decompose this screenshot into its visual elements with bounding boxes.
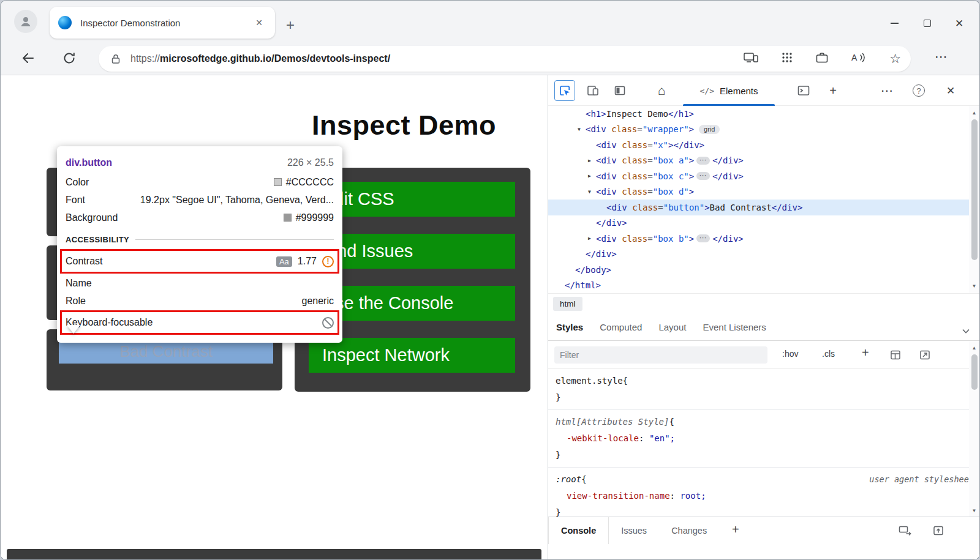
css-property-value: root; xyxy=(680,491,706,501)
new-style-rule-button[interactable]: + xyxy=(862,346,869,360)
dock-panel-button[interactable] xyxy=(609,80,630,101)
dom-tree-node[interactable]: <div class="x"></div> xyxy=(548,137,980,153)
breadcrumb-bar: html xyxy=(548,293,979,314)
property-value: #999999 xyxy=(284,212,334,223)
scroll-up-icon[interactable]: ▲ xyxy=(969,108,979,118)
home-button[interactable]: ⌂ xyxy=(651,80,672,101)
read-aloud-button[interactable]: A xyxy=(851,53,866,65)
console-drawer-button[interactable] xyxy=(793,80,814,101)
tree-expand-right-icon[interactable]: ▶ xyxy=(588,158,596,163)
styles-filter-input[interactable] xyxy=(554,346,767,364)
tab-close-icon[interactable]: ✕ xyxy=(252,17,266,29)
grid-badge[interactable]: grid xyxy=(699,125,720,134)
scrollbar-thumb[interactable] xyxy=(971,354,978,390)
code-token: { xyxy=(669,414,674,430)
css-property[interactable]: -webkit-locale: "en"; xyxy=(556,430,974,447)
tree-expand-right-icon[interactable]: ▶ xyxy=(588,173,596,179)
tab-layout[interactable]: Layout xyxy=(658,322,686,332)
tree-expand-right-icon[interactable]: ▶ xyxy=(588,236,596,241)
rule-selector[interactable]: element.style xyxy=(556,373,623,389)
tooltip-selector: div.button xyxy=(66,157,112,168)
element-class-toggle[interactable]: .cls xyxy=(822,349,835,359)
new-tab-button[interactable]: + xyxy=(286,17,295,34)
code-token: = xyxy=(647,187,652,196)
more-options-button[interactable]: ⋯ xyxy=(876,80,897,101)
code-brackets-icon: </> xyxy=(699,86,714,95)
scrollbar-thumb[interactable] xyxy=(971,119,978,260)
dom-tree-node[interactable]: <h1>Inspect Demo</h1> xyxy=(548,106,980,122)
drawer-tab-console[interactable]: Console xyxy=(548,517,609,544)
chevron-down-icon[interactable] xyxy=(962,325,970,336)
drawer-tab-issues[interactable]: Issues xyxy=(609,517,659,544)
dom-tree-node[interactable]: </div> xyxy=(548,247,980,263)
tab-computed[interactable]: Computed xyxy=(600,322,642,332)
code-token: > xyxy=(689,124,694,134)
remote-window-button[interactable] xyxy=(899,525,912,539)
dom-tree-node[interactable]: </html> xyxy=(548,278,980,294)
refresh-button[interactable] xyxy=(62,51,77,68)
browser-tab[interactable]: Inspector Demonstration ✕ xyxy=(50,7,275,39)
dom-tree-node[interactable]: ▼<div class="box d"> xyxy=(548,184,980,200)
css-property[interactable]: view-transition-name: root; xyxy=(556,488,974,504)
profile-avatar[interactable] xyxy=(14,10,37,33)
pseudo-state-toggle[interactable]: :hov xyxy=(782,349,798,359)
code-token: <h1> xyxy=(586,109,606,119)
computed-grid-icon xyxy=(890,349,901,360)
drawer-add-tab-button[interactable]: + xyxy=(732,523,739,537)
workspaces-button[interactable] xyxy=(816,52,828,66)
tab-styles[interactable]: Styles xyxy=(556,322,583,332)
computed-sidebar-button[interactable] xyxy=(890,349,901,363)
styles-scrollbar[interactable]: ▲ ▼ xyxy=(969,341,979,518)
dom-tree-node[interactable]: </div> xyxy=(548,215,980,231)
dom-tree-node[interactable]: ▼<div class="wrapper">grid xyxy=(548,122,980,138)
scroll-down-icon[interactable]: ▼ xyxy=(969,281,979,291)
help-button[interactable]: ? xyxy=(908,80,929,101)
open-panel-button[interactable] xyxy=(919,349,930,363)
box-up-arrow-icon xyxy=(933,525,944,536)
minimize-button[interactable] xyxy=(880,14,908,32)
tab-event-listeners[interactable]: Event Listeners xyxy=(703,322,766,332)
device-emulation-button[interactable] xyxy=(582,80,603,101)
inspect-element-button[interactable] xyxy=(554,80,575,101)
drawer-tab-changes[interactable]: Changes xyxy=(659,517,719,544)
dom-tree-node[interactable]: ▶<div class="box b">···</div> xyxy=(548,231,980,247)
favorite-star-icon[interactable]: ☆ xyxy=(889,51,901,66)
close-window-button[interactable]: ✕ xyxy=(945,14,973,32)
expand-drawer-button[interactable] xyxy=(933,525,944,539)
rule-selector[interactable]: :root xyxy=(556,471,581,488)
css-property-value: "en"; xyxy=(649,433,675,443)
scroll-down-icon[interactable]: ▼ xyxy=(969,506,979,516)
tree-expand-down-icon[interactable]: ▼ xyxy=(578,127,586,132)
inline-expand-icon[interactable]: ··· xyxy=(696,172,710,180)
address-bar[interactable]: https://microsoftedge.github.io/Demos/de… xyxy=(99,46,911,72)
dom-tree-node[interactable]: ▶<div class="box c">···</div> xyxy=(548,168,980,184)
tree-expand-down-icon[interactable]: ▼ xyxy=(588,189,596,195)
not-allowed-icon xyxy=(322,317,334,329)
tab-elements[interactable]: </> Elements xyxy=(679,75,778,106)
contrast-sample-badge: Aa xyxy=(276,256,292,267)
close-devtools-button[interactable]: ✕ xyxy=(940,80,961,101)
inline-expand-icon[interactable]: ··· xyxy=(696,234,710,242)
code-token: { xyxy=(581,471,586,488)
code-token: = xyxy=(647,234,652,244)
scroll-up-icon[interactable]: ▲ xyxy=(969,343,979,353)
elements-scrollbar[interactable]: ▲ ▼ xyxy=(969,106,979,293)
rule-selector[interactable]: html[Attributes Style] xyxy=(556,414,669,430)
add-tab-button[interactable]: + xyxy=(823,80,843,101)
dom-tree-node[interactable]: <div class="button">Bad Contrast</div> xyxy=(548,200,980,215)
url-scheme: https:// xyxy=(130,53,160,64)
bad-contrast-button[interactable]: Bad Contrast xyxy=(59,339,273,364)
dom-tree-node[interactable]: </body> xyxy=(548,262,980,278)
back-button[interactable] xyxy=(20,51,35,68)
code-token: </div> xyxy=(772,203,803,212)
breadcrumb-html[interactable]: html xyxy=(553,297,582,311)
code-token: class xyxy=(617,171,648,181)
inline-expand-icon[interactable]: ··· xyxy=(696,157,710,165)
send-to-devices-button[interactable] xyxy=(744,52,758,65)
maximize-button[interactable] xyxy=(913,14,941,32)
dom-tree-node[interactable]: ▶<div class="box a">···</div> xyxy=(548,153,980,169)
settings-more-button[interactable]: ⋯ xyxy=(935,50,948,64)
apps-button[interactable] xyxy=(782,52,793,65)
code-token: "button" xyxy=(663,203,704,212)
demo-button[interactable]: Inspect Network xyxy=(309,338,515,373)
